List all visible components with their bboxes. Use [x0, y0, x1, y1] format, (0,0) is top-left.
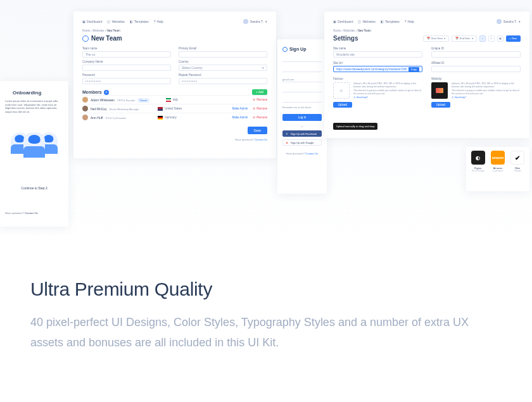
breadcrumb: Home › Websites › New Team — [333, 29, 521, 32]
brand-tile[interactable]: ✔ NikeFashion — [510, 151, 526, 187]
facebook-signup-button[interactable]: fSign Up with Facebook — [282, 130, 322, 137]
brand-tile[interactable]: ◐ FigmaUI / UX Design — [470, 151, 486, 187]
upload-button[interactable]: Upload — [431, 102, 450, 108]
help-link[interactable]: ⚠ Need help? — [353, 96, 422, 99]
contact-link[interactable]: Contact Us — [255, 138, 267, 141]
upload-button[interactable]: Upload — [333, 102, 352, 108]
signup-panel: Sign Up gmail.com Remember me on this de… — [277, 39, 327, 194]
user-icon — [82, 35, 89, 42]
member-row: Ann HuffP.O & Co-Founder Germany Make Ad… — [82, 113, 267, 122]
signup-input[interactable] — [282, 97, 322, 103]
nav-templates[interactable]: ◧ Templates — [381, 20, 400, 23]
repeat-password-input[interactable]: ••••••••• — [179, 78, 267, 84]
marketing-section: Ultra Premium Quality 40 pixel-perfect U… — [30, 279, 502, 353]
amazon-icon: amazon — [491, 151, 505, 165]
avatar-icon — [82, 106, 88, 111]
country-select[interactable]: Select Country▾ — [179, 65, 267, 71]
marketing-body: 40 pixel-perfect UI Designs, Color Style… — [30, 313, 502, 353]
members-title: Members — [82, 90, 102, 94]
onboarding-copy: Lorem ipsum dolor sit consectetur suscip… — [5, 99, 63, 113]
signup-input[interactable] — [282, 67, 322, 72]
nav-dashboard[interactable]: ▣ Dashboard — [333, 20, 353, 23]
member-row: Adam WhiteseenCEO & FounderOwner Italy ⊘… — [82, 95, 267, 104]
primary-email-input[interactable] — [179, 51, 267, 58]
copy-button[interactable]: Copy — [408, 67, 419, 72]
start-date-select[interactable]: 📅 Start Date ▾ — [423, 35, 449, 42]
avatar-icon — [243, 19, 248, 24]
page-title: New Team — [91, 35, 122, 42]
google-signup-button[interactable]: GSign Up with Google — [282, 139, 322, 146]
search-icon-button[interactable]: ⌕ — [479, 35, 486, 42]
step-dots — [5, 199, 63, 201]
onboarding-title: Onboarding — [13, 90, 41, 96]
avatar-icon — [82, 97, 88, 103]
signup-input[interactable] — [282, 57, 322, 62]
password-input[interactable]: ••••••••• — [82, 78, 171, 84]
avatar-icon — [497, 19, 502, 24]
brand-tile[interactable]: amazon Amazone-commerce — [490, 151, 505, 187]
settings-panel: ▣ Dashboard ◫ Websites ◧ Templates ? Hel… — [324, 11, 529, 138]
help-link[interactable]: ⚠ Need help? — [452, 96, 521, 99]
page-title: Settings — [333, 35, 421, 42]
user-menu[interactable]: Sandra T. ▾ — [497, 19, 521, 24]
affiliate-id-input[interactable] — [431, 66, 521, 72]
grid-icon-button[interactable]: ▦ — [497, 35, 504, 42]
company-name-input[interactable] — [82, 65, 171, 71]
upload-tooltip: Upload manually or drag and drop — [333, 123, 377, 130]
remember-label: Remember me on this device — [282, 106, 322, 109]
contact-link[interactable]: Contact Us — [306, 152, 319, 155]
signup-email-input[interactable]: gmail.com — [282, 77, 322, 82]
brands-panel: ◐ FigmaUI / UX Design amazon Amazone-com… — [466, 147, 529, 191]
facebook-icon: f — [285, 132, 289, 135]
marketing-title: Ultra Premium Quality — [30, 279, 502, 300]
nav-help[interactable]: ? Help — [154, 20, 163, 23]
nike-icon: ✔ — [510, 151, 524, 165]
webclip-dropzone[interactable] — [431, 82, 448, 99]
make-admin-button[interactable]: Make Admin — [232, 116, 248, 119]
flag-icon — [158, 107, 163, 111]
nav-websites[interactable]: ◫ Websites — [358, 20, 375, 23]
contact-link[interactable]: Contact Us — [25, 211, 38, 215]
members-count: 3 — [104, 90, 109, 95]
user-icon — [282, 47, 288, 52]
site-name-input[interactable]: Wonderful site — [333, 51, 422, 58]
team-name-input[interactable]: The co — [82, 51, 171, 58]
onboarding-illustration — [5, 132, 63, 158]
avatar-icon — [82, 115, 88, 120]
unique-id-input[interactable] — [431, 51, 521, 58]
new-team-panel: ▣ Dashboard ◫ Websites ◧ Templates ? Hel… — [73, 11, 276, 158]
nav-dashboard[interactable]: ▣ Dashboard — [82, 20, 102, 23]
figma-icon: ◐ — [471, 151, 485, 165]
new-button[interactable]: + New — [506, 35, 521, 42]
login-button[interactable]: Log In — [282, 114, 322, 121]
signup-input[interactable] — [282, 87, 322, 92]
favicon-dropzone[interactable]: + — [333, 82, 350, 99]
remove-button[interactable]: ⊘ Remove — [253, 98, 267, 101]
user-menu[interactable]: Sandra T. ▾ — [243, 19, 267, 24]
nav-websites[interactable]: ◫ Websites — [107, 20, 124, 23]
remove-button[interactable]: ⊘ Remove — [253, 116, 267, 119]
member-row: Neil McCoySenior Marketing Manager Unite… — [82, 104, 267, 113]
end-date-select[interactable]: 📅 End Date ▾ — [452, 35, 477, 42]
add-member-button[interactable]: + Add — [252, 89, 267, 95]
continue-button[interactable]: Continue to Step 2 — [14, 183, 54, 193]
google-icon: G — [285, 141, 289, 144]
nav-help[interactable]: ? Help — [405, 20, 414, 23]
nav-templates[interactable]: ◧ Templates — [130, 20, 149, 23]
gear-icon — [5, 91, 10, 96]
make-admin-button[interactable]: Make Admin — [232, 107, 248, 110]
remove-button[interactable]: ⊘ Remove — [253, 107, 267, 110]
flag-icon — [158, 116, 163, 120]
filter-icon-button[interactable]: ≡ — [488, 35, 495, 42]
breadcrumb: Home › Websites › New Team — [82, 29, 267, 32]
save-button[interactable]: Save — [248, 127, 267, 134]
site-url-input[interactable]: https://www.theweekyment.com/category/me… — [333, 66, 422, 72]
flag-icon — [166, 98, 171, 102]
onboarding-card: Onboarding Lorem ipsum dolor sit consect… — [0, 81, 68, 227]
